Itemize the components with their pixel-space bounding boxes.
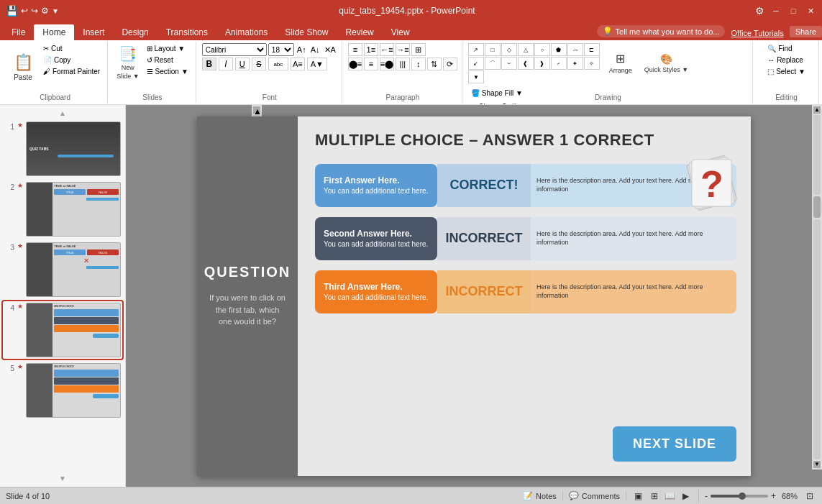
zoom-out-button[interactable]: - — [705, 491, 708, 501]
slide-thumb-1[interactable]: 1 ★ QUIZ TABS — [3, 120, 122, 178]
text-direction-button[interactable]: ⇅ — [427, 58, 442, 70]
undo-icon[interactable]: ↩ — [21, 6, 28, 16]
shape-14[interactable]: ⌿ — [551, 57, 567, 70]
tab-transitions[interactable]: Transitions — [157, 24, 216, 40]
maximize-button[interactable]: □ — [787, 5, 799, 17]
bullets-button[interactable]: ≡ — [348, 43, 362, 56]
replace-button[interactable]: ↔ Replace — [764, 55, 806, 65]
increase-indent-button[interactable]: →≡ — [396, 43, 410, 56]
minimize-button[interactable]: ─ — [770, 5, 782, 17]
tab-insert[interactable]: Insert — [74, 24, 113, 40]
share-button[interactable]: Share — [790, 26, 822, 37]
font-family-select[interactable]: Calibri — [202, 43, 267, 56]
tab-animations[interactable]: Animations — [216, 24, 276, 40]
scroll-down-button[interactable]: ▼ — [3, 475, 122, 482]
fit-slide-button[interactable]: ⊡ — [803, 490, 816, 503]
cut-button[interactable]: ✂ Cut — [40, 43, 103, 54]
section-button[interactable]: ☰ Section ▼ — [144, 66, 191, 77]
settings-icon[interactable]: ⚙ — [755, 5, 764, 17]
arrange-button[interactable]: ⊞ Arrange — [603, 43, 639, 83]
tab-design[interactable]: Design — [113, 24, 157, 40]
font-color-button[interactable]: A▼ — [307, 58, 327, 70]
strikethrough-button[interactable]: S — [252, 58, 266, 70]
increase-font-button[interactable]: A↑ — [296, 45, 308, 55]
shape-1[interactable]: ↗ — [468, 43, 484, 56]
tab-view[interactable]: View — [383, 24, 419, 40]
office-tutorials-link[interactable]: Office Tutorials — [731, 29, 783, 37]
align-left-button[interactable]: ⬤≡ — [348, 58, 362, 70]
redo-icon[interactable]: ↪ — [31, 6, 38, 16]
tab-file[interactable]: File — [3, 24, 34, 40]
slide-thumb-3[interactable]: 3 ★ TRUE or FALSE TRUE FALSE ✕ — [3, 241, 122, 298]
zoom-slider[interactable] — [711, 495, 768, 498]
shape-fill-button[interactable]: 🪣 Shape Fill ▼ — [468, 86, 539, 99]
notes-button[interactable]: 📝 Notes — [523, 491, 563, 500]
question-text[interactable]: If you were to click on the first tab, w… — [209, 292, 286, 328]
next-slide-button[interactable]: NEXT SLIDE — [613, 426, 736, 462]
shape-8[interactable]: ⊏ — [584, 43, 600, 56]
scroll-up-button[interactable]: ▲ — [3, 109, 122, 117]
slide-img-4[interactable]: MULTIPLE CHOICE — [26, 303, 121, 357]
shape-6[interactable]: ⬟ — [551, 43, 567, 56]
clear-format-button[interactable]: ✕A — [323, 45, 337, 55]
paste-button[interactable]: 📋 Paste — [7, 43, 39, 91]
dropdown-arrow[interactable]: ▼ — [52, 7, 59, 15]
comments-button[interactable]: 💬 Comments — [569, 491, 626, 500]
normal-view-button[interactable]: ▣ — [632, 490, 645, 503]
shape-5[interactable]: ○ — [534, 43, 550, 56]
layout-button[interactable]: ⊞ Layout ▼ — [144, 43, 191, 54]
subscript-button[interactable]: A≡ — [291, 58, 305, 70]
quick-styles-button[interactable]: 🎨 Quick Styles ▼ — [641, 43, 691, 83]
tab-review[interactable]: Review — [337, 24, 382, 40]
slide-thumb-5[interactable]: 5 ★ MULTIPLE CHOICE — [3, 362, 122, 419]
reset-button[interactable]: ↺ Reset — [144, 55, 191, 65]
close-button[interactable]: ✕ — [805, 5, 816, 17]
shape-10[interactable]: ⌒ — [485, 57, 501, 70]
line-spacing-button[interactable]: ↕ — [411, 58, 426, 70]
slide-img-2[interactable]: TRUE or FALSE TRUE FALSE — [26, 182, 121, 237]
column-button[interactable]: ⊞ — [411, 43, 426, 56]
new-slide-button[interactable]: 📑 New Slide ▼ — [114, 43, 142, 82]
find-button[interactable]: 🔍 Find — [764, 43, 795, 54]
shape-16[interactable]: ✧ — [584, 57, 600, 70]
slideshow-button[interactable]: ▶ — [680, 490, 693, 503]
shape-3[interactable]: ◇ — [501, 43, 517, 56]
font-size-select[interactable]: 18 — [268, 43, 294, 56]
reading-view-button[interactable]: 📖 — [664, 490, 677, 503]
italic-button[interactable]: I — [219, 58, 233, 70]
zoom-in-button[interactable]: + — [771, 491, 776, 501]
shape-9[interactable]: ↙ — [468, 57, 484, 70]
underline-button[interactable]: U — [235, 58, 250, 70]
shape-2[interactable]: □ — [485, 43, 501, 56]
slide-img-5[interactable]: MULTIPLE CHOICE — [26, 363, 121, 418]
shape-4[interactable]: △ — [518, 43, 534, 56]
shape-7[interactable]: ⌓ — [567, 43, 583, 56]
convert-to-smartart-button[interactable]: ⟳ — [443, 58, 457, 70]
shape-12[interactable]: ❰ — [518, 57, 534, 70]
tab-slide-show[interactable]: Slide Show — [276, 24, 337, 40]
zoom-level[interactable]: 68% — [782, 492, 798, 500]
answer-box-1[interactable]: First Answer Here. You can add additiona… — [315, 164, 437, 207]
help-search[interactable]: 💡 Tell me what you want to do... — [597, 25, 726, 37]
autosave-icon[interactable]: ⚙ — [41, 6, 49, 16]
answer-box-3[interactable]: Third Answer Here. You can add additiona… — [315, 270, 437, 313]
shape-outline-button[interactable]: ⊡ Shape Outline ▼ — [468, 100, 539, 105]
slide-thumb-4[interactable]: 4 ★ MULTIPLE CHOICE — [3, 301, 122, 359]
shape-15[interactable]: ✦ — [567, 57, 583, 70]
answer-box-2[interactable]: Second Answer Here. You can add addition… — [315, 217, 437, 260]
slide-thumb-2[interactable]: 2 ★ TRUE or FALSE TRUE FALSE — [3, 180, 122, 238]
select-button[interactable]: ⬚ Select ▼ — [764, 66, 808, 77]
slide-sorter-button[interactable]: ⊞ — [648, 490, 661, 503]
justify-button[interactable]: ||| — [396, 58, 410, 70]
decrease-indent-button[interactable]: ←≡ — [380, 43, 394, 56]
save-icon[interactable]: 💾 — [6, 5, 18, 17]
shape-11[interactable]: ⌣ — [501, 57, 517, 70]
copy-button[interactable]: 📄 Copy — [40, 55, 103, 65]
slide-img-1[interactable]: QUIZ TABS — [26, 122, 121, 176]
shape-more[interactable]: ▼ — [468, 70, 484, 83]
tab-home[interactable]: Home — [34, 24, 74, 40]
numbering-button[interactable]: 1≡ — [364, 43, 378, 56]
align-right-button[interactable]: ≡⬤ — [380, 58, 394, 70]
decrease-font-button[interactable]: A↓ — [309, 45, 321, 55]
align-center-button[interactable]: ≡ — [364, 58, 378, 70]
